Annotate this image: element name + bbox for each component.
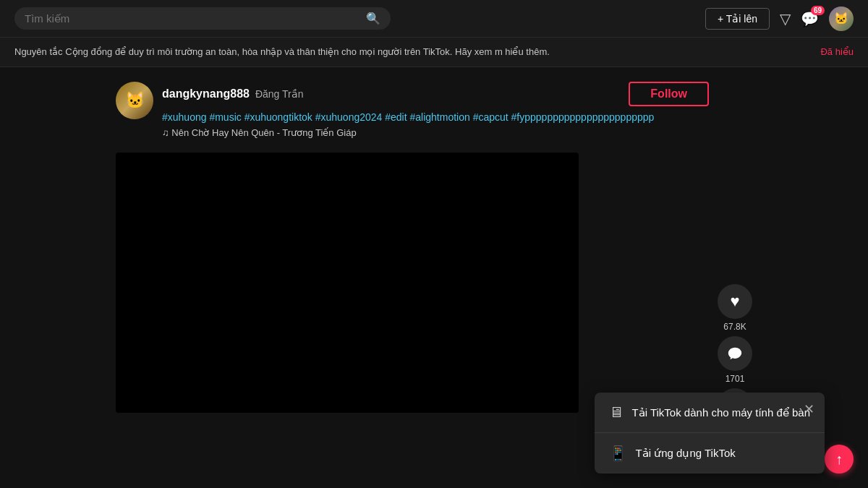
like-button[interactable]: ♥ 67.8K bbox=[718, 284, 752, 332]
upload-label: + Tải lên bbox=[718, 13, 757, 25]
comment-icon bbox=[718, 336, 752, 371]
notification-badge: 69 bbox=[811, 6, 825, 15]
desktop-icon: 🖥 bbox=[609, 404, 624, 421]
video-player[interactable] bbox=[116, 153, 579, 413]
upload-button[interactable]: + Tải lên bbox=[705, 8, 770, 30]
top-nav: 🔍 + Tải lên ▽ 💬 69 🐱 bbox=[0, 0, 868, 38]
like-count: 67.8K bbox=[723, 322, 746, 332]
user-avatar[interactable]: 🐱 bbox=[116, 82, 153, 119]
search-bar: 🔍 bbox=[14, 7, 391, 30]
display-name: Đăng Trần bbox=[255, 88, 304, 100]
avatar[interactable]: 🐱 bbox=[829, 7, 854, 31]
nav-right: + Tải lên ▽ 💬 69 🐱 bbox=[705, 7, 854, 31]
community-banner-text: Nguyên tắc Cộng đồng để duy trì môi trườ… bbox=[14, 45, 550, 59]
understood-button[interactable]: Đã hiểu bbox=[820, 46, 854, 57]
download-app-option[interactable]: 📱 Tải ứng dụng TikTok bbox=[595, 433, 825, 474]
download-app-label: Tải ứng dụng TikTok bbox=[636, 447, 736, 460]
comment-count: 1701 bbox=[726, 374, 745, 384]
filter-icon: ▽ bbox=[780, 11, 791, 27]
post-section: 🐱 dangkynang888 Đăng Trần Follow #xuhuon… bbox=[116, 82, 709, 423]
comment-button[interactable]: 1701 bbox=[718, 336, 752, 384]
mobile-icon: 📱 bbox=[609, 445, 627, 462]
username[interactable]: dangkynang888 bbox=[162, 87, 250, 100]
follow-button[interactable]: Follow bbox=[629, 82, 709, 106]
inbox-button[interactable]: 💬 69 bbox=[801, 10, 819, 27]
main-content: 🐱 dangkynang888 Đăng Trần Follow #xuhuon… bbox=[0, 67, 868, 437]
close-tooltip-button[interactable]: ✕ bbox=[804, 401, 814, 417]
hashtags[interactable]: #xuhuong #music #xuhuongtiktok #xuhuong2… bbox=[162, 109, 709, 127]
avatar-image: 🐱 bbox=[829, 7, 854, 31]
download-desktop-label: Tải TikTok dành cho máy tính để bàn bbox=[632, 406, 810, 419]
search-input[interactable] bbox=[25, 12, 360, 25]
user-info: 🐱 dangkynang888 Đăng Trần Follow #xuhuon… bbox=[116, 82, 709, 139]
tooltip-popup: ✕ 🖥 Tải TikTok dành cho máy tính để bàn … bbox=[595, 393, 825, 474]
scroll-icon: ↑ bbox=[835, 451, 843, 468]
community-banner: Nguyên tắc Cộng đồng để duy trì môi trườ… bbox=[0, 38, 868, 67]
filter-icon-btn[interactable]: ▽ bbox=[780, 10, 791, 27]
scroll-to-top-button[interactable]: ↑ bbox=[825, 445, 854, 474]
like-icon: ♥ bbox=[718, 284, 752, 319]
avatar-image: 🐱 bbox=[116, 82, 153, 119]
music-info[interactable]: ♫ Nên Chờ Hay Nên Quên - Trương Tiến Giá… bbox=[162, 127, 709, 138]
download-desktop-option[interactable]: 🖥 Tải TikTok dành cho máy tính để bàn bbox=[595, 393, 825, 433]
username-row: dangkynang888 Đăng Trần Follow bbox=[162, 82, 709, 106]
search-icon: 🔍 bbox=[366, 12, 380, 25]
user-meta: dangkynang888 Đăng Trần Follow #xuhuong … bbox=[162, 82, 709, 139]
search-button[interactable]: 🔍 bbox=[366, 12, 380, 25]
